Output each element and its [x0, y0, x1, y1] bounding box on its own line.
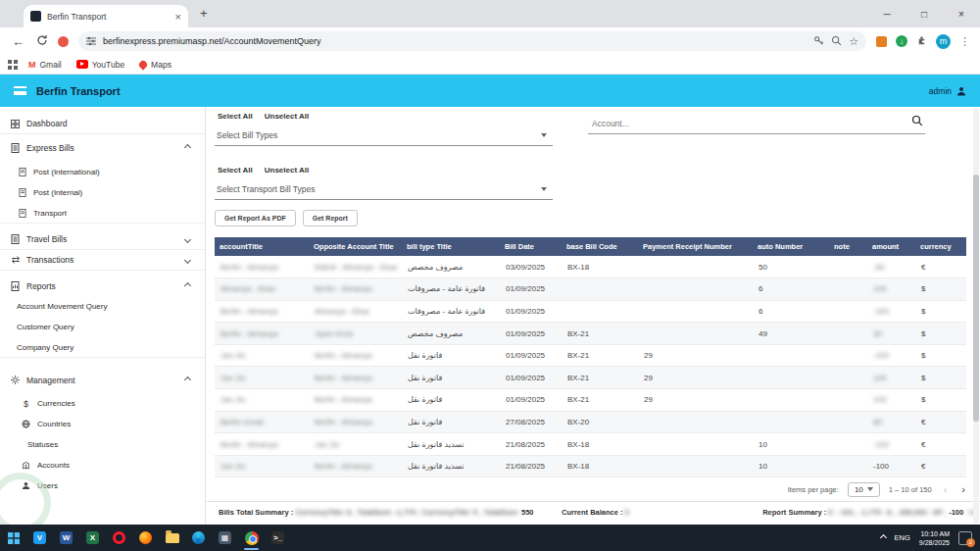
taskbar-opera-icon[interactable]: [106, 525, 132, 551]
taskbar-firefox-icon[interactable]: [132, 525, 159, 551]
col-accountTitle: accountTitle: [215, 237, 309, 256]
bookmark-star-icon[interactable]: ☆: [849, 35, 858, 48]
back-icon[interactable]: ←: [12, 35, 24, 48]
apps-grid-icon[interactable]: [8, 56, 18, 74]
taskbar-edge-icon[interactable]: [185, 525, 212, 551]
col-paymentReceiptNumber: Payment Receipt Number: [638, 237, 753, 256]
taskbar-vscode-icon[interactable]: V: [26, 525, 53, 551]
table-row[interactable]: Berfin - AlmanyaAlmanya - Ekasفاتورة عام…: [215, 300, 966, 323]
download-extension-icon[interactable]: ↓: [896, 35, 907, 47]
summary-part: Report Summary :: [762, 508, 828, 517]
sidebar-item-company-query[interactable]: Company Query: [0, 337, 205, 358]
taskbar-word-icon[interactable]: W: [53, 525, 79, 551]
taskbar-explorer-icon[interactable]: [159, 525, 185, 551]
table-row[interactable]: Berfin - AlmanyaJan Jloتسديد فاتورة نقل2…: [215, 433, 966, 456]
window-minimize-button[interactable]: ─: [868, 0, 906, 27]
taskbar-excel-icon[interactable]: X: [79, 525, 106, 551]
sidebar-item-travel-bills[interactable]: Travel Bills: [0, 229, 205, 250]
extension-icon[interactable]: [876, 36, 887, 47]
new-tab-button[interactable]: +: [200, 6, 208, 21]
sidebar-item-transport[interactable]: Transport: [0, 203, 205, 224]
window-maximize-button[interactable]: □: [906, 0, 943, 27]
sidebar-item-account-movement-query[interactable]: Account Movement Query: [0, 296, 205, 317]
address-bar[interactable]: berfinexpress.premiumasp.net/AccountMove…: [78, 31, 866, 51]
taskbar-calculator-icon[interactable]: ▦: [212, 525, 238, 551]
page-size-select[interactable]: 10: [848, 482, 880, 497]
maps-pin-icon: [137, 59, 148, 70]
tune-icon[interactable]: [86, 32, 96, 50]
sidebar-item-statuses[interactable]: Statuses: [0, 434, 205, 455]
cell-billTypeTitle: تسديد فاتورة نقل: [402, 455, 500, 477]
sidebar-item-post-internal[interactable]: Post (Internal): [0, 182, 205, 203]
language-indicator[interactable]: ENG: [895, 533, 910, 542]
tab-close-icon[interactable]: ×: [175, 11, 181, 23]
menu-hamburger-icon[interactable]: [14, 86, 26, 95]
chevron-up-icon: [184, 282, 191, 289]
table-row[interactable]: Jan JloBerfin - Almanyaفاتورة نقل01/09/2…: [215, 389, 966, 412]
notification-center-icon[interactable]: 2: [958, 531, 972, 545]
url-text[interactable]: berfinexpress.premiumasp.net/AccountMove…: [103, 36, 807, 46]
bookmark-gmail[interactable]: M Gmail: [28, 60, 62, 70]
taskbar-chrome-icon[interactable]: [238, 525, 265, 551]
cell-paymentReceiptNumber: [638, 256, 753, 278]
sidebar-item-dashboard[interactable]: Dashboard: [0, 114, 205, 134]
sidebar-item-express-bills[interactable]: Express Bills: [0, 137, 205, 158]
sidebar-item-currencies[interactable]: $ Currencies: [0, 393, 205, 414]
unselect-all-link[interactable]: Unselect All: [265, 166, 310, 175]
unselect-all-link[interactable]: Unselect All: [265, 112, 310, 121]
table-row[interactable]: Berfin - AlmanyaMahdi - Almanya - Ekasمص…: [215, 256, 966, 278]
table-row[interactable]: Berfin UmaitBerfin - Almanyaفاتورة نقل27…: [215, 411, 966, 433]
password-key-icon[interactable]: [813, 32, 824, 50]
browser-menu-icon[interactable]: ⋮: [959, 35, 970, 48]
sidebar-item-accounts[interactable]: Accounts: [0, 455, 205, 476]
profile-avatar[interactable]: m: [936, 34, 951, 49]
bill-types-select[interactable]: Select Bill Types: [215, 125, 553, 146]
cell-oppositeAccountTitle: Mahdi - Almanya - Ekas: [309, 256, 402, 278]
account-search-input[interactable]: [588, 119, 911, 133]
search-icon[interactable]: [911, 113, 923, 130]
extensions-puzzle-icon[interactable]: [916, 32, 927, 50]
clock[interactable]: 10:10 AM 9/28/2025: [919, 529, 950, 547]
sidebar-item-countries[interactable]: Countries: [0, 414, 205, 434]
reload-icon[interactable]: [36, 34, 48, 48]
youtube-icon: [76, 60, 88, 69]
select-all-link[interactable]: Select All: [218, 166, 253, 175]
zoom-icon[interactable]: [831, 32, 842, 50]
sidebar-item-management[interactable]: Management: [0, 370, 205, 390]
taskbar-terminal-icon[interactable]: >_: [265, 525, 291, 551]
user-menu[interactable]: admin: [929, 86, 966, 96]
sidebar-item-reports[interactable]: Reports: [0, 276, 205, 296]
cell-amount: -100: [867, 344, 915, 367]
table-row[interactable]: Almanya - EkasBerfin - Almanyaفاتورة عام…: [215, 278, 966, 301]
cell-autoNumber: [753, 344, 829, 367]
window-close-button[interactable]: ×: [943, 0, 980, 27]
table-row[interactable]: Jan JloBerfin - Almanyaفاتورة نقل01/09/2…: [215, 344, 966, 367]
summary-part: CurrencyTitle: $ , TotalSum: -1,775 ; Cu…: [295, 508, 521, 517]
table-row[interactable]: Jan JloBerfin - Almanyaفاتورة نقل01/09/2…: [215, 367, 966, 389]
col-baseBillCode: base Bill Code: [562, 237, 638, 256]
tray-expand-icon[interactable]: [880, 534, 887, 541]
table-row[interactable]: Jan JloBerfin - Almanyaتسديد فاتورة نقل2…: [215, 455, 966, 477]
browser-tab[interactable]: Berfin Transport ×: [24, 5, 188, 27]
bookmark-maps[interactable]: Maps: [139, 60, 172, 70]
sidebar-item-transactions[interactable]: Transactions: [0, 250, 205, 271]
account-search-field[interactable]: [588, 111, 925, 134]
page-scrollbar[interactable]: [973, 108, 979, 524]
bookmark-youtube[interactable]: YouTube: [76, 60, 124, 70]
sidebar-item-customer-query[interactable]: Customer Query: [0, 317, 205, 337]
chevron-up-icon: [184, 144, 191, 151]
get-report-pdf-button[interactable]: Get Report As PDF: [215, 210, 296, 226]
sidebar-item-post-international[interactable]: Post (International): [0, 162, 205, 182]
previous-page-icon[interactable]: ‹: [941, 483, 951, 495]
get-report-button[interactable]: Get Report: [303, 210, 358, 226]
transport-bill-types-select[interactable]: Select Transport Bill Types: [215, 178, 553, 200]
start-button[interactable]: [0, 525, 26, 551]
system-tray: ENG 10:10 AM 9/28/2025 2: [881, 529, 980, 547]
pagination: Items per page: 10 1 – 10 of 150 ‹ ›: [788, 477, 968, 501]
extension-icon[interactable]: [58, 36, 69, 47]
next-page-icon[interactable]: ›: [958, 483, 968, 495]
scrollbar-thumb[interactable]: [973, 175, 979, 422]
table-row[interactable]: Berfin - AlmanyaJiyan Kholiمصروف مخصص01/…: [215, 323, 966, 345]
bookmarks-bar: M Gmail YouTube Maps: [0, 55, 980, 75]
select-all-link[interactable]: Select All: [218, 112, 253, 121]
